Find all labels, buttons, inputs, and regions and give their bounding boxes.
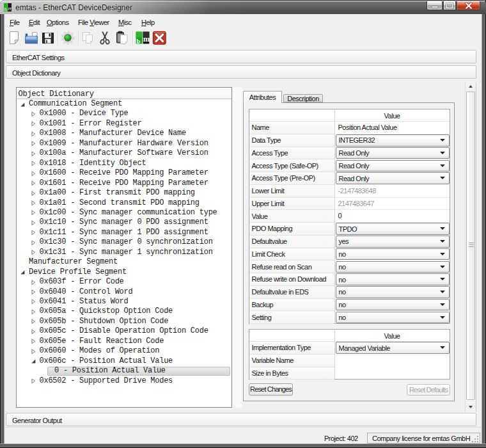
svg-text:m: m (143, 35, 149, 44)
svg-text:m: m (8, 6, 12, 12)
svg-text:b: b (136, 38, 140, 45)
svg-text:b: b (4, 7, 7, 12)
